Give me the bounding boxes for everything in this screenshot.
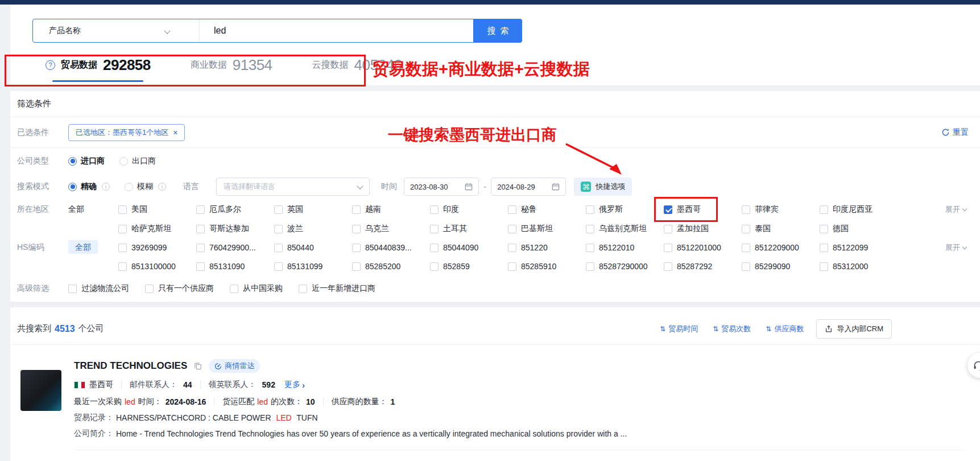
hs-code-checkbox[interactable]: 39269099: [118, 243, 196, 252]
summary-prefix: 共搜索到: [17, 323, 51, 334]
region-all-button[interactable]: 全部: [68, 204, 118, 215]
country-checkbox[interactable]: 美国: [118, 204, 196, 215]
hs-code-checkbox[interactable]: 85299090: [742, 262, 820, 271]
hs-code-checkbox[interactable]: 850440: [274, 243, 352, 252]
checkbox-icon: [352, 205, 361, 214]
search-mode-radio[interactable]: 精确 i: [68, 182, 110, 192]
hs-code-checkbox[interactable]: 8513100000: [118, 262, 196, 271]
country-checkbox[interactable]: 菲律宾: [742, 204, 820, 215]
info-icon[interactable]: i: [102, 183, 110, 191]
country-checkbox[interactable]: 秘鲁: [508, 204, 586, 215]
checkbox-icon: [196, 244, 205, 252]
checkbox-label: 过滤物流公司: [81, 283, 129, 294]
checkbox-icon: [430, 262, 439, 271]
country-checkbox[interactable]: 乌兹别克斯坦: [586, 224, 664, 234]
country-checkbox[interactable]: 乌克兰: [352, 224, 430, 234]
country-checkbox[interactable]: 波兰: [274, 224, 352, 234]
hs-code-checkbox[interactable]: 85287290000: [586, 262, 664, 271]
radio-label: 精确: [81, 182, 97, 192]
suppliers-count: 1: [391, 397, 395, 406]
checkbox-label: 85131099: [287, 262, 322, 271]
country-checkbox[interactable]: 厄瓜多尔: [196, 204, 274, 215]
advanced-filter-checkbox[interactable]: 从中国采购: [230, 283, 283, 294]
trade-record-pre: HARNESS/PATCHCORD : CABLE POWER: [116, 413, 271, 422]
advanced-filter-checkbox[interactable]: 过滤物流公司: [68, 283, 129, 294]
hs-code-checkbox[interactable]: 85287292: [664, 262, 742, 271]
reset-label: 重置: [953, 127, 969, 138]
help-icon[interactable]: ?: [46, 60, 55, 70]
country-checkbox[interactable]: 巴基斯坦: [508, 224, 586, 234]
info-icon[interactable]: i: [158, 183, 166, 191]
country-checkbox[interactable]: 俄罗斯: [586, 204, 664, 215]
region-expand-button[interactable]: 展开: [945, 204, 966, 215]
country-checkbox[interactable]: 哥斯达黎加: [196, 224, 274, 234]
country-checkbox[interactable]: 泰国: [742, 224, 820, 234]
search-mode-options: 精确 i 模糊 i: [68, 182, 181, 192]
sort-icon: ⇅: [766, 325, 771, 333]
country-checkbox[interactable]: 印度尼西亚: [820, 204, 898, 215]
business-radar-badge[interactable]: 商情雷达: [209, 359, 260, 373]
hs-code-checkbox[interactable]: 760429900...: [196, 243, 274, 252]
quick-options-button[interactable]: ⌘ 快捷选项: [574, 178, 632, 196]
reset-button[interactable]: 重置: [941, 127, 969, 138]
import-crm-button[interactable]: 导入内部CRM: [816, 319, 892, 339]
search-input[interactable]: [200, 19, 473, 42]
language-select[interactable]: 请选择翻译语言: [216, 178, 370, 196]
hs-all-button[interactable]: 全部: [68, 240, 98, 254]
advanced-filter-checkbox[interactable]: 只有一个供应商: [145, 283, 214, 294]
country-checkbox[interactable]: 土耳其: [430, 224, 508, 234]
checkbox-icon: [664, 225, 672, 233]
hs-code-checkbox[interactable]: 85122010: [586, 243, 664, 252]
close-icon[interactable]: ×: [173, 128, 177, 137]
country-checkbox[interactable]: 德国: [820, 224, 898, 234]
checkbox-icon: [742, 244, 750, 252]
checkbox-icon: [508, 262, 516, 271]
sort-options: ⇅ 贸易时间 ⇅ 贸易次数 ⇅ 供应商数: [660, 324, 804, 334]
sort-button[interactable]: ⇅ 贸易次数: [713, 324, 751, 334]
more-link[interactable]: 更多 ›: [284, 380, 305, 390]
search-button[interactable]: 搜索: [474, 19, 522, 43]
company-name[interactable]: TREND TECHNOLOGIES: [74, 360, 187, 372]
hs-expand-button[interactable]: 展开: [945, 242, 966, 253]
company-type-radio[interactable]: 进口商: [68, 156, 105, 166]
country-checkbox[interactable]: 越南: [352, 204, 430, 215]
hs-code-checkbox[interactable]: 850440839...: [352, 243, 430, 252]
hs-code-checkbox[interactable]: 85285910: [508, 262, 586, 271]
search-mode-radio[interactable]: 模糊 i: [125, 182, 166, 192]
hs-code-checkbox[interactable]: 85044090: [430, 243, 508, 252]
company-contacts-row: 墨西哥 邮件联系人： 44 领英联系人： 592 更多 ›: [74, 376, 964, 394]
hs-code-checkbox[interactable]: 85131099: [274, 262, 352, 271]
country-checkbox[interactable]: 墨西哥: [664, 204, 742, 215]
country-checkbox[interactable]: 印度: [430, 204, 508, 215]
hs-code-checkbox[interactable]: 85131090: [196, 262, 274, 271]
company-card[interactable]: TREND TECHNOLOGIES 商情雷达 墨西哥 邮件联系人： 44 领英…: [10, 345, 980, 450]
hs-code-checkbox[interactable]: 8512209000: [742, 243, 820, 252]
date-to-input[interactable]: 2024-08-29: [491, 178, 566, 196]
data-tab[interactable]: ? 云搜数据 405346: [312, 51, 402, 82]
country-checkbox[interactable]: 哈萨克斯坦: [118, 224, 196, 234]
sort-button[interactable]: ⇅ 贸易时间: [660, 324, 698, 334]
selected-region-tag[interactable]: 已选地区：墨西哥等1个地区 ×: [68, 124, 185, 141]
hs-code-checkbox[interactable]: 851220: [508, 243, 586, 252]
sort-button[interactable]: ⇅ 供应商数: [766, 324, 804, 334]
checkbox-icon: [274, 244, 283, 252]
badge-label: 商情雷达: [225, 361, 254, 371]
advanced-filter-checkbox[interactable]: 近一年新增进口商: [299, 283, 375, 294]
country-checkbox[interactable]: 孟加拉国: [664, 224, 742, 234]
hs-code-checkbox[interactable]: 85312000: [820, 262, 898, 271]
checkbox-label: 85299090: [755, 262, 790, 271]
company-type-radio[interactable]: 出口商: [119, 156, 156, 166]
checkbox-label: 8512201000: [677, 243, 721, 252]
data-tab[interactable]: ? 贸易数据 292858: [46, 51, 151, 82]
data-tab[interactable]: ? 商业数据 91354: [191, 51, 272, 82]
hs-code-checkbox[interactable]: 85285200: [352, 262, 430, 271]
country-checkbox[interactable]: 英国: [274, 204, 352, 215]
hs-code-checkbox[interactable]: 85122099: [820, 243, 898, 252]
hs-code-checkbox[interactable]: 8512201000: [664, 243, 742, 252]
date-from-input[interactable]: 2023-08-30: [404, 178, 479, 196]
search-bar: 产品名称 搜索: [32, 19, 522, 43]
copy-icon[interactable]: [194, 362, 202, 370]
company-card-main: TREND TECHNOLOGIES 商情雷达 墨西哥 邮件联系人： 44 领英…: [74, 356, 964, 450]
hs-code-checkbox[interactable]: 852859: [430, 262, 508, 271]
search-category-select[interactable]: 产品名称: [33, 19, 200, 42]
